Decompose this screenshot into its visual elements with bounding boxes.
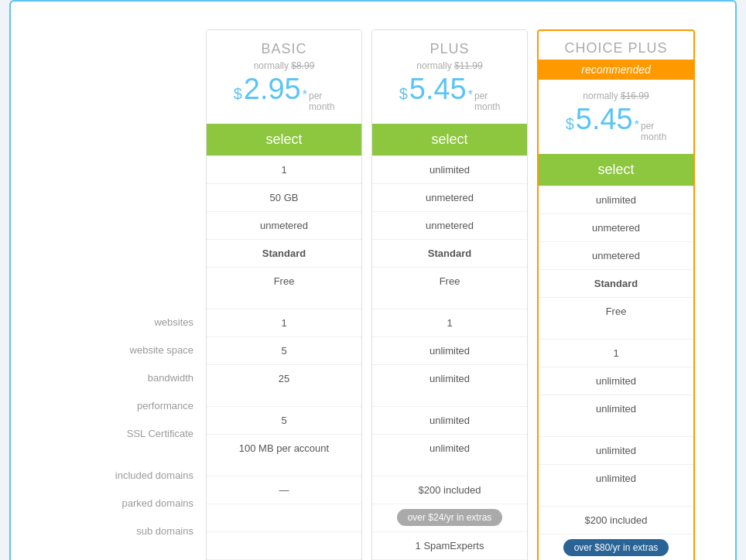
basic-select-top[interactable]: select xyxy=(207,124,361,155)
plan-choice-plus: CHOICE PLUS recommended normally $16.99 … xyxy=(537,29,695,560)
cp-website-space: unmetered xyxy=(539,213,693,241)
cp-parked-domains: unlimited xyxy=(539,367,693,394)
cp-websites: unlimited xyxy=(539,186,693,213)
basic-email-accounts: 5 xyxy=(207,406,361,434)
plus-select-top[interactable]: select xyxy=(372,124,527,155)
choice-plus-price-amount: 5.45 xyxy=(576,104,633,134)
choice-plus-header: normally $16.99 $ 5.45 * permonth xyxy=(539,80,693,154)
basic-websites: 1 xyxy=(207,155,361,183)
basic-ssl: Free xyxy=(207,267,361,295)
cp-sub-domains: unlimited xyxy=(539,394,693,422)
plus-bandwidth: unmetered xyxy=(372,211,527,239)
basic-bandwidth: unmetered xyxy=(207,211,361,239)
plus-header: PLUS normally $11.99 $ 5.45 * permonth xyxy=(372,30,527,124)
basic-price-amount: 2.95 xyxy=(244,74,301,104)
cp-email-accounts: unlimited xyxy=(539,436,693,464)
basic-email-storage: 100 MB per account xyxy=(207,434,361,462)
label-sub-domains: sub domains xyxy=(46,517,201,545)
label-ssl: SSL Certificate xyxy=(46,419,201,447)
cp-email-storage: unlimited xyxy=(539,464,693,492)
plus-email-accounts: unlimited xyxy=(372,406,527,434)
basic-normally: normally $8.99 xyxy=(214,60,354,71)
basic-original-price: $8.99 xyxy=(291,60,314,71)
basic-price-per: permonth xyxy=(309,90,334,113)
plus-parked-domains: unlimited xyxy=(372,336,527,364)
choice-plus-price-dollar: $ xyxy=(566,115,574,133)
basic-header: BASIC normally $8.99 $ 2.95 * permonth xyxy=(207,30,361,124)
plans-area: BASIC normally $8.99 $ 2.95 * permonth s… xyxy=(201,29,700,560)
choice-plus-title: CHOICE PLUS xyxy=(539,31,693,60)
basic-parked-domains: 5 xyxy=(207,336,361,364)
plus-included-domains: 1 xyxy=(372,309,527,336)
choice-plus-price-asterisk: * xyxy=(635,118,639,132)
cp-included-domains: 1 xyxy=(539,339,693,367)
cp-performance: Standard xyxy=(539,269,693,297)
recommended-badge: recommended xyxy=(539,60,693,80)
choice-plus-select-top[interactable]: select xyxy=(539,154,693,186)
choice-plus-features: unlimited unmetered unmetered Standard F… xyxy=(539,186,693,560)
plus-original-price: $11.99 xyxy=(454,60,483,71)
cp-badge-text: over $80/yr in extras xyxy=(563,539,669,556)
choice-plus-normally: normally $16.99 xyxy=(546,90,686,101)
plus-email-storage: unlimited xyxy=(372,434,527,462)
cp-ssl: Free xyxy=(539,297,693,325)
plan-plus: PLUS normally $11.99 $ 5.45 * permonth s… xyxy=(371,29,528,560)
plus-price-row: $ 5.45 * permonth xyxy=(380,74,519,113)
cp-bandwidth: unmetered xyxy=(539,241,693,269)
label-included-domains: included domains xyxy=(46,461,201,489)
plus-websites: unlimited xyxy=(372,155,527,183)
plus-performance: Standard xyxy=(372,239,527,267)
label-performance: performance xyxy=(46,391,201,419)
choice-plus-price-per: permonth xyxy=(641,121,666,143)
label-bandwidth: bandwidth xyxy=(46,364,201,391)
plus-price-dollar: $ xyxy=(399,85,408,103)
label-parked-domains: parked domains xyxy=(46,489,201,517)
plus-badge-text: over $24/yr in extras xyxy=(397,509,503,526)
plan-basic: BASIC normally $8.99 $ 2.95 * permonth s… xyxy=(206,29,362,560)
plus-ssl: Free xyxy=(372,267,527,295)
basic-website-space: 50 GB xyxy=(207,183,361,211)
choice-plus-original-price: $16.99 xyxy=(621,90,649,101)
plus-features: unlimited unmetered unmetered Standard F… xyxy=(372,155,527,560)
plus-price-asterisk: * xyxy=(468,88,473,102)
plus-website-space: unmetered xyxy=(372,183,527,211)
label-website-space: website space xyxy=(46,336,201,364)
choice-plus-plan-name: CHOICE PLUS xyxy=(539,40,693,56)
plus-plan-name: PLUS xyxy=(380,41,519,57)
basic-included-domains: 1 xyxy=(207,309,361,336)
basic-marketing: — xyxy=(207,476,361,504)
basic-plan-name: BASIC xyxy=(214,41,354,57)
basic-features: 1 50 GB unmetered Standard Free 1 5 25 5… xyxy=(207,155,361,560)
basic-price-dollar: $ xyxy=(234,85,242,103)
basic-sub-domains: 25 xyxy=(207,364,361,392)
plus-marketing: $200 included xyxy=(372,476,527,504)
choice-plus-price-row: $ 5.45 * permonth xyxy=(546,104,686,143)
plus-badge: over $24/yr in extras xyxy=(372,504,527,531)
cp-marketing: $200 included xyxy=(539,506,693,534)
label-websites: websites xyxy=(46,308,201,336)
basic-performance: Standard xyxy=(207,239,361,267)
plus-extra1: 1 SpamExperts xyxy=(372,531,527,559)
plus-normally: normally $11.99 xyxy=(380,60,519,71)
basic-price-row: $ 2.95 * permonth xyxy=(214,74,354,113)
basic-price-asterisk: * xyxy=(303,88,307,102)
cp-badge: over $80/yr in extras xyxy=(539,534,693,560)
plus-price-amount: 5.45 xyxy=(409,74,467,104)
plus-sub-domains: unlimited xyxy=(372,364,527,392)
plus-price-per: permonth xyxy=(474,90,500,113)
labels-column: websites website space bandwidth perform… xyxy=(46,29,201,560)
